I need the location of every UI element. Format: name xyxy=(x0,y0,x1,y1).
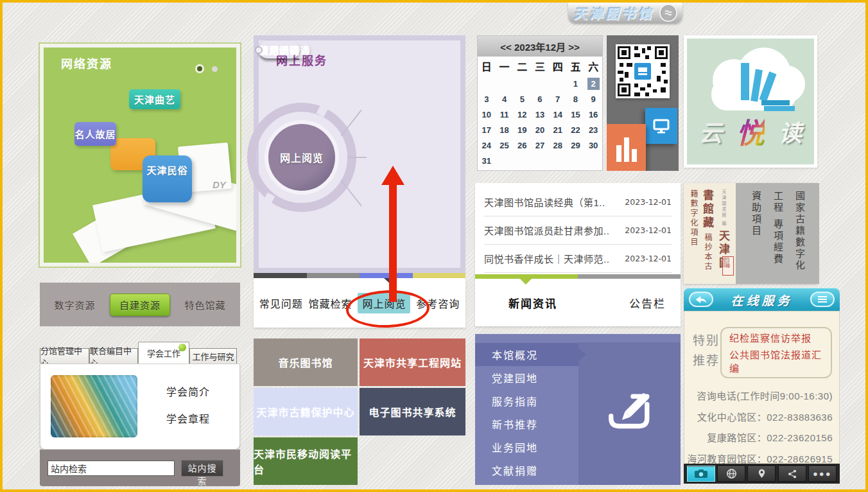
calendar-day[interactable] xyxy=(516,78,528,90)
resource-tab[interactable]: 自建资源 xyxy=(110,294,170,316)
calendar-day[interactable]: 8 xyxy=(569,93,582,105)
calendar-day[interactable] xyxy=(569,155,582,167)
more-button[interactable]: ●●● xyxy=(808,466,837,482)
calendar-day[interactable]: 12 xyxy=(516,109,528,121)
calendar-day[interactable]: 17 xyxy=(480,124,492,136)
calendar-day[interactable] xyxy=(534,78,546,90)
about-menu-item[interactable]: 本馆概况 xyxy=(475,343,578,366)
news-item[interactable]: 天津图书馆品读经典（第1.. 2023-12-01 xyxy=(484,188,672,216)
share-button[interactable] xyxy=(778,466,806,482)
calendar-header[interactable]: << 2023年12月 >> xyxy=(478,36,602,57)
about-menu-item[interactable]: 服务指南 xyxy=(475,389,578,412)
link-tianjin-folklore[interactable]: 天津民俗 xyxy=(143,155,192,202)
about-menu-item[interactable]: 业务园地 xyxy=(475,435,578,459)
calendar-day[interactable]: 28 xyxy=(551,139,564,152)
link-tianjin-quyi[interactable]: 天津曲艺 xyxy=(129,89,180,109)
calendar-day[interactable]: 20 xyxy=(534,124,546,136)
news-item[interactable]: 同悦书香伴成长｜天津师范.. 2023-12-01 xyxy=(484,245,672,273)
society-link[interactable]: 学会简介 xyxy=(166,383,210,399)
calendar-day[interactable]: 22 xyxy=(569,124,582,136)
calendar-day[interactable]: 31 xyxy=(480,155,492,167)
calendar-day[interactable]: 15 xyxy=(569,109,582,121)
news-tab[interactable]: 公告栏 xyxy=(629,295,666,311)
quick-link[interactable]: 音乐图书馆 xyxy=(254,338,358,386)
news-item[interactable]: 天津图书馆派员赴甘肃参加.. 2023-12-01 xyxy=(484,216,672,245)
calendar-day[interactable]: 21 xyxy=(551,124,564,136)
qr-code xyxy=(616,44,670,98)
weekday-label: 二 xyxy=(517,58,527,74)
camera-button[interactable] xyxy=(687,466,715,482)
quick-link[interactable]: 天津市民移动阅读平台 xyxy=(254,437,358,485)
society-link[interactable]: 学会章程 xyxy=(166,410,210,426)
branch-tab[interactable]: 联合编目中心 xyxy=(89,348,138,364)
online-service-widget: 在线服务 特别 推荐 纪检监察信访举报公共图书馆法报道汇编 咨询电话(工作时间9… xyxy=(684,288,840,484)
calendar-day[interactable]: 14 xyxy=(551,109,564,121)
about-menu-item[interactable]: 文献捐赠 xyxy=(475,459,578,482)
calendar-day[interactable]: 3 xyxy=(480,93,492,105)
calendar-day[interactable] xyxy=(587,155,600,167)
online-reading-hub[interactable]: 网上阅览 xyxy=(265,120,339,195)
calendar-day[interactable] xyxy=(480,78,492,90)
cloud-reading-panel[interactable]: 云悦读 xyxy=(684,35,817,168)
calendar-day[interactable]: 18 xyxy=(498,124,510,136)
pill-mobile-reading[interactable]: 移动阅读 xyxy=(259,40,300,58)
resource-tab[interactable]: 特色馆藏 xyxy=(184,298,225,312)
calendar-day[interactable]: 9 xyxy=(587,93,600,105)
quick-link[interactable]: 天津市共享工程网站 xyxy=(360,338,465,386)
quick-links-grid: 音乐图书馆天津市共享工程网站天津市古籍保护中心电子图书共享系统天津市民移动阅读平… xyxy=(254,338,465,485)
branch-tab[interactable]: 工作与研究 xyxy=(189,348,237,364)
ancient-books-banner[interactable]: 天津圖書館 編 天津圖書館藏 稿抄本古籍數字化項目 印 國家古籍數字化工程 專項… xyxy=(684,183,817,284)
calendar-day[interactable] xyxy=(498,78,510,90)
calendar-day[interactable]: 16 xyxy=(587,109,600,121)
quick-link[interactable]: 天津市古籍保护中心 xyxy=(254,388,358,435)
calendar-day[interactable]: 26 xyxy=(516,139,528,152)
calendar-day[interactable]: 7 xyxy=(551,93,564,105)
service-tab[interactable]: 常见问题 xyxy=(259,295,303,311)
calendar-day[interactable]: 2 xyxy=(587,78,600,90)
calendar-day[interactable]: 25 xyxy=(498,139,510,152)
cloud-reading-title: 云悦读 xyxy=(687,114,814,152)
menu-button[interactable] xyxy=(810,292,835,307)
site-search-input[interactable] xyxy=(48,461,175,476)
branch-tab[interactable]: 学会工作 xyxy=(138,342,189,364)
site-logo[interactable]: 天津图书馆 xyxy=(568,3,682,23)
carousel-dot[interactable] xyxy=(212,66,218,72)
back-button[interactable] xyxy=(689,292,713,307)
calendar-day[interactable]: 30 xyxy=(587,139,600,152)
recommend-link[interactable]: 纪检监察信访举报 xyxy=(729,331,831,344)
book-icon xyxy=(761,100,790,105)
calendar-day[interactable]: 24 xyxy=(480,139,492,152)
calendar-day[interactable]: 29 xyxy=(569,139,582,152)
globe-button[interactable] xyxy=(717,466,745,482)
calendar-day[interactable]: 10 xyxy=(480,109,492,121)
calendar-day[interactable]: 27 xyxy=(534,139,546,152)
site-search-button[interactable]: 站内搜索 xyxy=(181,460,223,477)
resource-tab[interactable]: 数字资源 xyxy=(54,298,95,312)
recommend-link[interactable]: 公共图书馆法报道汇编 xyxy=(729,347,831,374)
calendar-day[interactable]: 19 xyxy=(516,124,528,136)
about-menu-item[interactable]: 党建园地 xyxy=(475,366,578,389)
calendar-day[interactable]: 5 xyxy=(516,93,528,105)
calendar-day[interactable] xyxy=(551,78,564,90)
calendar-day[interactable] xyxy=(551,155,564,167)
calendar-widget: << 2023年12月 >> 日一二三四五六 12345678910111213… xyxy=(477,35,603,171)
calendar-day[interactable] xyxy=(516,155,528,167)
link-celebrity-residences[interactable]: 名人故居 xyxy=(74,122,116,146)
wechat-panel xyxy=(607,35,679,171)
calendar-day[interactable]: 6 xyxy=(534,93,546,105)
calendar-day[interactable] xyxy=(498,155,510,167)
location-button[interactable] xyxy=(747,466,776,482)
news-tab[interactable]: 新闻资讯 xyxy=(508,295,557,311)
carousel-dot-active[interactable] xyxy=(195,64,204,73)
society-photo[interactable] xyxy=(51,375,137,437)
branch-tab[interactable]: 分馆管理中心 xyxy=(40,348,89,364)
calendar-day[interactable]: 4 xyxy=(498,93,510,105)
about-menu-item[interactable]: 新书推荐 xyxy=(475,412,578,435)
weekday-label: 四 xyxy=(553,58,563,74)
calendar-day[interactable] xyxy=(534,155,546,167)
calendar-day[interactable]: 13 xyxy=(534,109,546,121)
quick-link[interactable]: 电子图书共享系统 xyxy=(360,388,465,435)
calendar-day[interactable]: 23 xyxy=(587,124,600,136)
calendar-day[interactable]: 1 xyxy=(569,78,582,90)
calendar-day[interactable]: 11 xyxy=(498,109,510,121)
